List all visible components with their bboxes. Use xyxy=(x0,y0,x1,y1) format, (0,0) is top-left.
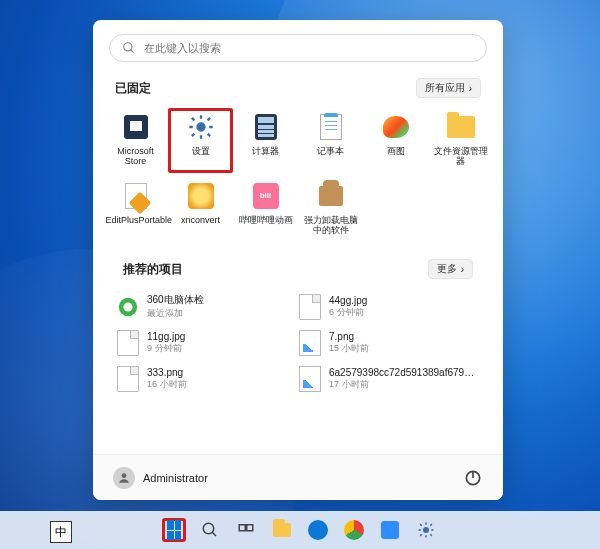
recommended-section: 推荐的项目 更多 › 360电脑体检最近添加 44gg.jpg6 分钟前 11g… xyxy=(93,253,503,396)
file-icon xyxy=(117,330,139,356)
taskbar-app-blue[interactable] xyxy=(306,518,330,542)
search-input[interactable] xyxy=(144,42,474,54)
image-file-icon xyxy=(299,366,321,392)
notepad-icon xyxy=(320,114,342,140)
search-bar[interactable] xyxy=(109,34,487,62)
file-time: 最近添加 xyxy=(147,307,204,320)
file-name: 11gg.jpg xyxy=(147,331,185,342)
chevron-right-icon: › xyxy=(469,83,472,94)
gear-icon xyxy=(186,112,216,142)
app-microsoft-store[interactable]: Microsoft Store xyxy=(103,108,168,173)
recommended-item[interactable]: 360电脑体检最近添加 xyxy=(115,289,281,324)
all-apps-button[interactable]: 所有应用 › xyxy=(416,78,481,98)
file-icon xyxy=(117,366,139,392)
gear-icon xyxy=(417,521,435,539)
svg-point-12 xyxy=(424,528,429,533)
recommended-item[interactable]: 44gg.jpg6 分钟前 xyxy=(297,289,481,324)
ime-indicator[interactable]: 中 xyxy=(50,521,72,543)
taskview-icon xyxy=(237,521,255,539)
file-name: 333.png xyxy=(147,367,187,378)
file-name: 6a2579398cc72d591389af679703f3... xyxy=(329,367,479,378)
avatar-icon xyxy=(113,467,135,489)
store-icon xyxy=(124,115,148,139)
file-icon xyxy=(299,294,321,320)
pinned-header: 已固定 所有应用 › xyxy=(115,78,481,98)
app-uninstaller[interactable]: 强力卸载电脑中的软件 xyxy=(298,177,363,242)
app-label: 画图 xyxy=(387,146,405,156)
svg-point-2 xyxy=(197,124,204,131)
app-label: 记事本 xyxy=(317,146,344,156)
app-calculator[interactable]: 计算器 xyxy=(233,108,298,173)
xnconvert-icon xyxy=(188,183,214,209)
search-icon xyxy=(201,521,219,539)
app-notepad[interactable]: 记事本 xyxy=(298,108,363,173)
file-name: 44gg.jpg xyxy=(329,295,367,306)
app-label: 强力卸载电脑中的软件 xyxy=(301,215,361,236)
uninstaller-icon xyxy=(319,186,343,206)
svg-point-4 xyxy=(123,302,132,311)
svg-rect-11 xyxy=(247,525,253,531)
pinned-title: 已固定 xyxy=(115,80,151,97)
chevron-right-icon: › xyxy=(461,264,464,275)
file-time: 9 分钟前 xyxy=(147,342,185,355)
recommended-item[interactable]: 333.png16 小时前 xyxy=(115,362,281,396)
file-time: 16 小时前 xyxy=(147,378,187,391)
start-button[interactable] xyxy=(162,518,186,542)
app-label: 设置 xyxy=(192,146,210,156)
app-label: 哔哩哔哩动画 xyxy=(239,215,293,225)
app-label: Microsoft Store xyxy=(106,146,166,167)
file-time: 17 小时前 xyxy=(329,378,479,391)
search-icon xyxy=(122,41,136,55)
app-label: 文件资源管理器 xyxy=(431,146,491,167)
power-button[interactable] xyxy=(463,468,483,488)
all-apps-label: 所有应用 xyxy=(425,81,465,95)
taskbar: 中 xyxy=(0,511,600,549)
svg-point-0 xyxy=(124,43,132,51)
start-menu: 已固定 所有应用 › Microsoft Store 设置 计算器 记事本 画图 xyxy=(93,20,503,500)
taskbar-app-box[interactable] xyxy=(378,518,402,542)
app-paint[interactable]: 画图 xyxy=(363,108,428,173)
svg-line-9 xyxy=(212,532,216,536)
taskbar-search[interactable] xyxy=(198,518,222,542)
app-label: 计算器 xyxy=(252,146,279,156)
windows-icon xyxy=(167,520,181,540)
taskbar-settings[interactable] xyxy=(414,518,438,542)
more-button[interactable]: 更多 › xyxy=(428,259,473,279)
editplus-icon xyxy=(125,183,147,209)
recommended-item[interactable]: 7.png15 小时前 xyxy=(297,326,481,360)
bilibili-icon: bili xyxy=(253,183,279,209)
app-label: xnconvert xyxy=(181,215,220,225)
folder-icon xyxy=(447,116,475,138)
svg-point-8 xyxy=(203,523,214,534)
app-editplus[interactable]: EditPlusPortable xyxy=(103,177,168,242)
paint-icon xyxy=(383,116,409,138)
file-time: 15 小时前 xyxy=(329,342,369,355)
chrome-icon xyxy=(344,520,364,540)
more-label: 更多 xyxy=(437,262,457,276)
user-name: Administrator xyxy=(143,472,208,484)
app-360-icon xyxy=(117,294,139,320)
svg-line-1 xyxy=(131,50,134,53)
start-bottom-bar: Administrator xyxy=(93,454,503,500)
file-name: 7.png xyxy=(329,331,369,342)
file-name: 360电脑体检 xyxy=(147,293,204,307)
taskbar-taskview[interactable] xyxy=(234,518,258,542)
app-icon xyxy=(308,520,328,540)
pinned-grid: Microsoft Store 设置 计算器 记事本 画图 文件资源管理器 Ed… xyxy=(93,102,503,241)
file-time: 6 分钟前 xyxy=(329,306,367,319)
taskbar-chrome[interactable] xyxy=(342,518,366,542)
taskbar-explorer[interactable] xyxy=(270,518,294,542)
folder-icon xyxy=(273,523,291,537)
user-button[interactable]: Administrator xyxy=(113,467,208,489)
recommended-title: 推荐的项目 xyxy=(123,261,183,278)
app-settings[interactable]: 设置 xyxy=(168,108,233,173)
recommended-item[interactable]: 6a2579398cc72d591389af679703f3...17 小时前 xyxy=(297,362,481,396)
app-xnconvert[interactable]: xnconvert xyxy=(168,177,233,242)
calculator-icon xyxy=(255,114,277,140)
app-bilibili[interactable]: bili 哔哩哔哩动画 xyxy=(233,177,298,242)
svg-rect-10 xyxy=(239,525,245,531)
app-file-explorer[interactable]: 文件资源管理器 xyxy=(428,108,493,173)
app-label: EditPlusPortable xyxy=(106,215,166,225)
recommended-item[interactable]: 11gg.jpg9 分钟前 xyxy=(115,326,281,360)
app-icon xyxy=(381,521,399,539)
